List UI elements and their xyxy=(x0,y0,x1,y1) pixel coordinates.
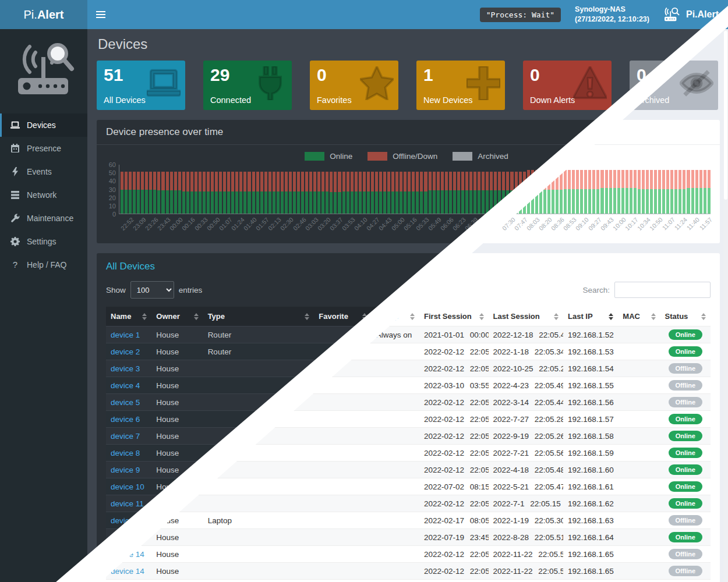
stacked-bar xyxy=(704,170,706,214)
sidebar-item-devices[interactable]: Devices xyxy=(0,113,87,137)
device-link[interactable]: device 1 xyxy=(111,331,140,339)
sidebar-item-presence[interactable]: Presence xyxy=(0,137,87,160)
stacked-bar xyxy=(371,172,374,214)
status-badge: Offline xyxy=(669,515,702,526)
cell-favorite xyxy=(314,445,371,462)
page-length-select[interactable]: 100 xyxy=(130,281,174,299)
sidebar-item-events[interactable]: Events xyxy=(0,160,87,183)
sidebar-item-maintenance[interactable]: Maintenance xyxy=(0,207,87,230)
column-header-status[interactable]: Status xyxy=(660,307,711,327)
page-title: Devices xyxy=(98,36,720,52)
status-badge: Online xyxy=(669,346,702,357)
column-header-favorite[interactable]: Favorite xyxy=(314,307,371,327)
cell-group xyxy=(372,343,419,360)
stacked-bar xyxy=(400,172,402,214)
summary-card-favorites[interactable]: 0Favorites xyxy=(310,61,398,110)
stacked-bar xyxy=(416,172,419,214)
stacked-bar xyxy=(338,172,341,214)
x-tick: 08:03 xyxy=(526,214,538,241)
cell-owner: House xyxy=(151,360,203,377)
cell-type xyxy=(203,563,314,580)
device-link[interactable]: device 5 xyxy=(111,398,140,407)
device-link[interactable]: device 2 xyxy=(111,347,140,356)
x-tick: 05:00 xyxy=(391,214,403,241)
cell-type: Router xyxy=(203,343,314,360)
bolt-icon xyxy=(10,167,20,176)
sidebar-item-network[interactable]: Network xyxy=(0,183,87,207)
cell-favorite xyxy=(314,327,371,343)
stacked-bar xyxy=(137,172,140,214)
status-badge: Online xyxy=(669,532,702,542)
x-tick: 23:43 xyxy=(157,214,169,241)
status-badge: Online xyxy=(669,431,702,441)
cell-last_ip: 192.168.1.64 xyxy=(563,529,618,546)
sort-icon xyxy=(410,313,415,320)
stacked-bar xyxy=(334,172,337,214)
scrollbar-thumb[interactable] xyxy=(724,31,727,200)
device-link[interactable]: device 8 xyxy=(111,449,140,457)
cell-last_session: 2022-7-1 22:05.15 xyxy=(489,495,563,512)
sidebar-item-help-faq[interactable]: ?Help / FAQ xyxy=(0,253,87,276)
cell-owner: House xyxy=(151,546,203,563)
column-header-first_session[interactable]: First Session xyxy=(419,307,488,327)
stacked-bar xyxy=(342,172,345,214)
device-link[interactable]: device 11 xyxy=(111,499,144,508)
summary-card-all[interactable]: 51All Devices xyxy=(97,61,185,110)
status-badge: Online xyxy=(669,448,702,458)
x-tick: 08:36 xyxy=(550,214,563,241)
column-header-type[interactable]: Type xyxy=(203,307,314,327)
stacked-bar xyxy=(227,172,230,214)
stage: Pi.Alert "Process: Wait" Synology-NAS (2… xyxy=(0,0,728,582)
device-link[interactable]: device 9 xyxy=(111,466,140,474)
x-tick: 06:06 xyxy=(440,214,452,241)
x-tick: 22:52 xyxy=(120,214,132,241)
device-link[interactable]: device 13 xyxy=(111,533,144,542)
device-link[interactable]: device 12 xyxy=(111,516,144,525)
x-tick: 01:57 xyxy=(255,214,267,241)
sort-icon xyxy=(305,313,309,320)
column-header-owner[interactable]: Owner xyxy=(151,307,203,327)
cell-status: Online xyxy=(660,580,711,582)
stacked-bar xyxy=(223,172,226,214)
stacked-bar xyxy=(256,172,259,214)
device-link[interactable]: device 10 xyxy=(111,482,144,491)
device-link[interactable]: device 4 xyxy=(111,381,140,390)
cell-name: device 8 xyxy=(106,445,151,462)
stacked-bar xyxy=(580,170,583,214)
search-label: Search: xyxy=(582,286,610,294)
device-link[interactable]: device 3 xyxy=(111,364,140,373)
column-label: Last Session xyxy=(493,312,540,321)
device-link[interactable]: device 14 xyxy=(111,567,144,576)
x-tick: 10:34 xyxy=(637,214,649,241)
column-header-last_ip[interactable]: Last IP xyxy=(563,307,618,327)
cell-name: device 11 xyxy=(106,495,151,512)
sidebar-item-settings[interactable]: Settings xyxy=(0,230,87,253)
summary-card-new[interactable]: 1New Devices xyxy=(416,61,505,110)
cell-mac xyxy=(618,478,660,495)
brand-logo[interactable]: Pi.Alert xyxy=(0,0,87,29)
stacked-bar xyxy=(203,172,206,214)
device-link[interactable]: device 7 xyxy=(111,432,140,441)
device-link[interactable]: device 6 xyxy=(111,415,140,424)
stacked-bar xyxy=(129,172,132,214)
cell-first_session: 2022-02-12 22:05 xyxy=(419,563,488,580)
sidebar-item-label: Devices xyxy=(27,120,56,130)
legend-item-offline: Offline/Down xyxy=(367,152,437,161)
legend-swatch-online xyxy=(305,152,324,161)
y-tick: 30 xyxy=(109,186,116,193)
search-input[interactable] xyxy=(614,282,711,298)
cell-group: Always on xyxy=(372,580,419,582)
summary-card-connected[interactable]: 29Connected xyxy=(203,61,292,110)
column-header-name[interactable]: Name xyxy=(106,307,151,327)
cell-mac xyxy=(618,580,660,582)
cell-mac xyxy=(618,445,660,462)
summary-card-down[interactable]: 0Down Alerts xyxy=(523,61,612,110)
sidebar-toggle-icon[interactable] xyxy=(87,0,114,29)
status-badge: Online xyxy=(669,481,702,492)
cell-last_session: 2022-8-28 22:05.51 xyxy=(489,529,563,546)
network-icon xyxy=(10,190,20,200)
column-header-mac[interactable]: MAC xyxy=(618,307,660,327)
router-scan-icon xyxy=(663,7,681,22)
column-header-last_session[interactable]: Last Session xyxy=(489,307,563,327)
status-badge: Offline xyxy=(669,549,702,559)
